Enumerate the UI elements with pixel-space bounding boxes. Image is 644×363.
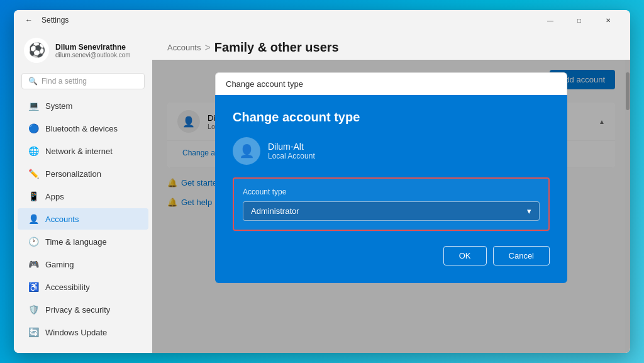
sidebar-item-gaming[interactable]: 🎮 Gaming [18,254,148,275]
modal-overlay: Change account type Change account type … [152,60,630,353]
sidebar-item-label: Accessibility [45,282,90,292]
bluetooth-icon: 🔵 [28,123,39,134]
sidebar-item-update[interactable]: 🔄 Windows Update [18,321,148,343]
dropdown-arrow-icon: ▾ [527,206,531,216]
sidebar-item-label: Apps [45,192,64,201]
sidebar-item-label: Gaming [45,260,74,269]
search-icon: 🔍 [28,77,38,86]
sidebar-item-label: Network & internet [45,147,113,156]
account-type-value: Administrator [251,206,299,216]
user-info: Dilum Senevirathne dilum.senevi@outlook.… [55,43,131,59]
user-name: Dilum Senevirathne [55,43,131,52]
dialog-wrapper: Change account type Change account type … [215,72,567,283]
page-header: Accounts > Family & other users [152,30,630,60]
search-placeholder: Find a setting [42,77,87,86]
sidebar-item-label: Time & language [45,237,107,247]
cancel-button[interactable]: Cancel [493,246,550,265]
maximize-button[interactable]: □ [565,10,594,30]
change-account-type-dialog: Change account type 👤 Dilum-Alt Local Ac… [215,95,567,283]
sidebar: ⚽ Dilum Senevirathne dilum.senevi@outloo… [14,30,152,353]
sidebar-item-label: System [45,101,72,111]
avatar: ⚽ [24,38,49,63]
account-type-section: Account type Administrator ▾ [233,177,550,231]
settings-window: ← Settings — □ ✕ ⚽ Dilum Senevirathne di… [14,10,630,353]
system-icon: 💻 [28,100,39,111]
dialog-user-row: 👤 Dilum-Alt Local Account [233,137,550,165]
minimize-button[interactable]: — [536,10,565,30]
search-box[interactable]: 🔍 Find a setting [21,73,145,89]
update-icon: 🔄 [28,327,39,338]
gaming-icon: 🎮 [28,259,39,270]
privacy-icon: 🛡️ [28,304,39,315]
sidebar-item-accessibility[interactable]: ♿ Accessibility [18,276,148,298]
page-title: Family & other users [214,40,339,55]
dialog-buttons: OK Cancel [233,246,550,265]
dialog-user-name: Dilum-Alt [268,142,315,152]
ok-button[interactable]: OK [443,246,487,265]
user-section: ⚽ Dilum Senevirathne dilum.senevi@outloo… [14,30,152,70]
breadcrumb: Accounts > Family & other users [167,40,615,55]
sidebar-item-label: Personalization [45,169,101,179]
breadcrumb-separator: > [204,42,210,53]
close-button[interactable]: ✕ [594,10,623,30]
sidebar-item-network[interactable]: 🌐 Network & internet [18,140,148,162]
window-controls: — □ ✕ [536,10,623,30]
network-icon: 🌐 [28,145,39,157]
account-type-label: Account type [243,187,540,196]
title-bar: ← Settings — □ ✕ [14,10,630,30]
accessibility-icon: ♿ [28,281,39,293]
content-area: Add account 👤 Dilum-Alt Local Account ▲ [152,60,630,353]
sidebar-item-apps[interactable]: 📱 Apps [18,186,148,207]
sidebar-item-label: Privacy & security [45,305,110,315]
sidebar-item-label: Accounts [45,215,79,224]
sidebar-item-time[interactable]: 🕐 Time & language [18,231,148,252]
dialog-title-bar: Change account type [215,72,567,95]
sidebar-item-privacy[interactable]: 🛡️ Privacy & security [18,299,148,320]
personalization-icon: ✏️ [28,168,39,179]
time-icon: 🕐 [28,236,39,247]
sidebar-item-personalization[interactable]: ✏️ Personalization [18,163,148,184]
apps-icon: 📱 [28,191,39,202]
user-email: dilum.senevi@outlook.com [55,52,131,59]
account-type-dropdown[interactable]: Administrator ▾ [243,201,540,221]
back-button[interactable]: ← [21,13,36,28]
sidebar-item-accounts[interactable]: 👤 Accounts [18,208,148,230]
dialog-heading: Change account type [233,110,550,125]
window-title: Settings [42,16,531,25]
dialog-user-type: Local Account [268,152,315,160]
window-body: ⚽ Dilum Senevirathne dilum.senevi@outloo… [14,30,630,353]
sidebar-item-bluetooth[interactable]: 🔵 Bluetooth & devices [18,118,148,139]
main-content: Accounts > Family & other users Add acco… [152,30,630,353]
breadcrumb-parent: Accounts [167,43,201,52]
dialog-user-icon: 👤 [233,137,260,165]
accounts-icon: 👤 [28,213,39,225]
sidebar-item-label: Bluetooth & devices [45,124,118,133]
dialog-user-info: Dilum-Alt Local Account [268,142,315,160]
sidebar-item-system[interactable]: 💻 System [18,95,148,116]
sidebar-item-label: Windows Update [45,328,107,337]
